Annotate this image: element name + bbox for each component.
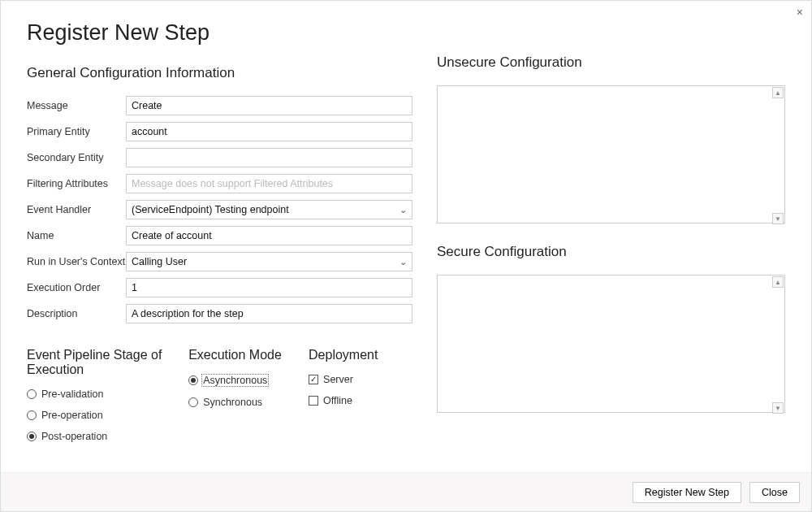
label-execution-order: Execution Order xyxy=(27,282,126,293)
checkbox-server[interactable]: ✓ Server xyxy=(309,374,412,385)
secure-heading: Secure Configuration xyxy=(437,244,785,260)
execution-mode-group: Execution Mode Asynchronous Synchronous xyxy=(188,348,292,452)
message-input[interactable] xyxy=(126,96,412,115)
label-filtering-attributes: Filtering Attributes xyxy=(27,178,126,189)
checkbox-label: Offline xyxy=(323,395,352,406)
spinner-down-icon[interactable]: ▼ xyxy=(772,213,784,224)
radio-asynchronous[interactable]: Asynchronous xyxy=(188,374,292,387)
close-icon[interactable]: × xyxy=(797,6,803,19)
deployment-group: Deployment ✓ Server Offline xyxy=(309,348,412,452)
label-event-handler: Event Handler xyxy=(27,204,126,215)
filtering-attributes-input[interactable] xyxy=(126,174,412,193)
pipeline-stage-heading: Event Pipeline Stage of Execution xyxy=(27,348,172,377)
dialog-register-new-step: × Register New Step General Configuratio… xyxy=(0,0,812,512)
general-heading: General Configuration Information xyxy=(27,65,412,81)
close-button[interactable]: Close xyxy=(749,482,800,503)
execution-order-input[interactable] xyxy=(126,278,412,297)
primary-entity-input[interactable] xyxy=(126,122,412,141)
secure-config-textarea[interactable] xyxy=(437,275,785,413)
radio-label: Synchronous xyxy=(203,397,262,408)
dialog-content: Register New Step General Configuration … xyxy=(1,1,811,472)
name-input[interactable] xyxy=(126,226,412,245)
deployment-heading: Deployment xyxy=(309,348,412,362)
radio-post-operation[interactable]: Post-operation xyxy=(27,431,172,442)
label-name: Name xyxy=(27,230,126,241)
radio-icon xyxy=(188,375,198,385)
secondary-entity-input[interactable] xyxy=(126,148,412,167)
label-message: Message xyxy=(27,100,126,111)
checkbox-icon xyxy=(309,396,318,406)
spinner-up-icon[interactable]: ▲ xyxy=(772,276,784,288)
execution-mode-heading: Execution Mode xyxy=(188,348,292,362)
run-in-users-context-select[interactable]: Calling User xyxy=(126,252,412,271)
lower-groups: Event Pipeline Stage of Execution Pre-va… xyxy=(27,348,412,452)
description-input[interactable] xyxy=(126,304,412,323)
label-secondary-entity: Secondary Entity xyxy=(27,152,126,163)
radio-label: Pre-validation xyxy=(41,388,103,400)
radio-icon xyxy=(27,389,37,399)
left-column: Register New Step General Configuration … xyxy=(27,17,412,464)
unsecure-heading: Unsecure Configuration xyxy=(437,54,785,71)
radio-icon xyxy=(188,397,198,407)
register-new-step-button[interactable]: Register New Step xyxy=(633,482,741,503)
unsecure-config-textarea[interactable] xyxy=(437,85,785,223)
checkbox-icon: ✓ xyxy=(309,375,318,384)
radio-label: Pre-operation xyxy=(41,410,103,421)
event-handler-select[interactable]: (ServiceEndpoint) Testing endpoint xyxy=(126,200,412,219)
radio-synchronous[interactable]: Synchronous xyxy=(188,397,292,408)
label-description: Description xyxy=(27,308,126,319)
general-form: Message Primary Entity Secondary Entity … xyxy=(27,96,412,323)
radio-icon xyxy=(27,432,37,441)
checkbox-offline[interactable]: Offline xyxy=(309,395,412,406)
dialog-footer: Register New Step Close xyxy=(1,472,811,511)
spinner-down-icon[interactable]: ▼ xyxy=(772,402,784,414)
spinner-up-icon[interactable]: ▲ xyxy=(772,87,784,98)
radio-pre-operation[interactable]: Pre-operation xyxy=(27,410,172,421)
radio-label: Post-operation xyxy=(41,431,107,442)
pipeline-stage-group: Event Pipeline Stage of Execution Pre-va… xyxy=(27,348,172,452)
label-run-in-users-context: Run in User's Context xyxy=(27,256,126,267)
radio-icon xyxy=(27,410,37,420)
right-column: Unsecure Configuration ▲ ▼ Secure Config… xyxy=(437,17,785,464)
label-primary-entity: Primary Entity xyxy=(27,126,126,137)
radio-label: Asynchronous xyxy=(201,374,269,387)
radio-pre-validation[interactable]: Pre-validation xyxy=(27,388,172,400)
checkbox-label: Server xyxy=(323,374,353,385)
dialog-title: Register New Step xyxy=(27,20,412,46)
